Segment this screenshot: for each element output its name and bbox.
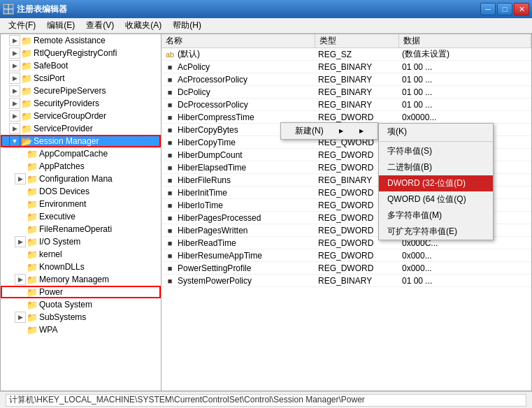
folder-icon: 📁 xyxy=(27,261,38,272)
tree-item-appcompatcache[interactable]: 📁 AppCompatCache xyxy=(1,147,161,160)
tree-label: kernel xyxy=(39,249,62,259)
tree-item-executive[interactable]: 📁 Executive xyxy=(1,210,161,223)
expander-icon[interactable]: ▶ xyxy=(15,236,26,247)
reg-row-default[interactable]: ab (默认) REG_SZ (数值未设置) xyxy=(161,48,531,61)
reg-name-cell: ■ AcPolicy xyxy=(161,61,315,73)
tree-label: KnownDLLs xyxy=(39,262,85,272)
tree-item-environment[interactable]: 📁 Environment xyxy=(1,198,161,210)
menu-edit[interactable]: 编辑(E) xyxy=(41,18,80,33)
expander-icon[interactable]: ▶ xyxy=(9,73,20,84)
main-container: ▶ 📁 Remote Assistance ▶ 📁 RtlQueryRegist… xyxy=(0,34,532,391)
submenu-item-binary[interactable]: 二进制值(B) xyxy=(379,159,493,175)
expander-icon xyxy=(15,249,26,260)
reg-row-dcprocessorpolicy[interactable]: ■ DcProcessorPolicy REG_BINARY 01 00 ... xyxy=(161,99,531,111)
reg-name-cell: ■ HiberIoTime xyxy=(161,199,315,212)
menu-view[interactable]: 查看(V) xyxy=(80,18,120,33)
reg-row-dcpolicy[interactable]: ■ DcPolicy REG_BINARY 01 00 ... xyxy=(161,86,531,99)
reg-row-powersettingprofile[interactable]: ■ PowerSettingProfile REG_DWORD 0x000... xyxy=(161,262,531,275)
tree-item-scsiport[interactable]: ▶ 📁 ScsiPort xyxy=(1,72,161,85)
expander-icon[interactable]: ▶ xyxy=(9,110,20,122)
tree-item-apppatches[interactable]: 📁 AppPatches xyxy=(1,160,161,173)
col-header-type: 类型 xyxy=(315,34,399,48)
tree-label: FileRenameOperati xyxy=(39,224,112,234)
tree-item-knowndlls[interactable]: 📁 KnownDLLs xyxy=(1,261,161,273)
tree-item-kernel[interactable]: 📁 kernel xyxy=(1,248,161,261)
tree-scroll-area[interactable]: ▶ 📁 Remote Assistance ▶ 📁 RtlQueryRegist… xyxy=(1,34,161,391)
tree-item-dosdevices[interactable]: 📁 DOS Devices xyxy=(1,185,161,198)
expander-icon[interactable]: ▶ xyxy=(9,123,20,134)
tree-item-serviceprovider[interactable]: ▶ 📁 ServiceProvider xyxy=(1,122,161,135)
menu-help[interactable]: 帮助(H) xyxy=(167,18,207,33)
submenu-item-qword[interactable]: QWORD (64 位值(Q) xyxy=(379,191,493,207)
tree-item-securepipe[interactable]: ▶ 📁 SecurePipeServers xyxy=(1,85,161,97)
expander-icon[interactable]: ▶ xyxy=(9,35,20,46)
expander-icon xyxy=(15,211,26,222)
tree-item-subsystems[interactable]: ▶ 📁 SubSystems xyxy=(1,311,161,323)
tree-item-safeboot[interactable]: ▶ 📁 SafeBoot xyxy=(1,59,161,72)
tree-item-session-manager[interactable]: ▼ 📂 Session Manager xyxy=(1,135,161,147)
menu-file[interactable]: 文件(F) xyxy=(3,18,41,33)
reg-icon: ■ xyxy=(164,87,175,98)
registry-header: 名称 类型 数据 xyxy=(161,34,531,48)
ctx-new-item[interactable]: 新建(N) ▶ xyxy=(281,123,378,139)
folder-icon: 📁 xyxy=(21,48,32,59)
folder-icon: 📁 xyxy=(27,224,38,235)
context-menu[interactable]: 新建(N) ▶ 项(K) 字符串值(S) 二进制值(B) DWORD (32-位… xyxy=(280,122,378,140)
menu-favorites[interactable]: 收藏夹(A) xyxy=(120,18,167,33)
tree-item-wpa[interactable]: 📁 WPA xyxy=(1,323,161,336)
reg-icon: ■ xyxy=(164,212,175,224)
minimize-button[interactable]: ─ xyxy=(480,3,496,15)
close-button[interactable]: ✕ xyxy=(514,3,529,15)
tree-label: SecurePipeServers xyxy=(34,86,106,96)
submenu-item-string[interactable]: 字符串值(S) xyxy=(379,143,493,159)
reg-row-acprocessorpolicy[interactable]: ■ AcProcessorPolicy REG_BINARY 01 00 ... xyxy=(161,73,531,86)
expander-icon[interactable]: ▶ xyxy=(9,48,20,59)
reg-name-cell: ■ HiberDumpCount xyxy=(161,149,315,161)
tree-item-rtlquery[interactable]: ▶ 📁 RtlQueryRegistryConfi xyxy=(1,47,161,59)
tree-item-secproviders[interactable]: ▶ 📁 SecurityProviders xyxy=(1,97,161,110)
reg-type-cell: REG_SZ xyxy=(315,49,399,60)
expander-icon xyxy=(15,198,26,210)
folder-icon: 📁 xyxy=(21,110,32,122)
expander-icon xyxy=(15,324,26,335)
submenu-item-multistring[interactable]: 多字符串值(M) xyxy=(379,207,493,224)
folder-icon: 📁 xyxy=(27,236,38,247)
reg-icon: ■ xyxy=(164,137,175,148)
submenu-item-dword[interactable]: DWORD (32-位值(D) xyxy=(379,175,493,191)
tree-item-servicegrouporder[interactable]: ▶ 📁 ServiceGroupOrder xyxy=(1,110,161,122)
expander-icon[interactable]: ▶ xyxy=(15,274,26,285)
tree-item-power[interactable]: 📁 Power xyxy=(1,286,161,298)
reg-row-acpolicy[interactable]: ■ AcPolicy REG_BINARY 01 00 ... xyxy=(161,61,531,73)
tree-item-filerenameop[interactable]: 📁 FileRenameOperati xyxy=(1,223,161,235)
expander-icon[interactable]: ▼ xyxy=(9,136,20,147)
reg-icon: ■ xyxy=(164,250,175,261)
expander-icon xyxy=(15,261,26,272)
expander-icon[interactable]: ▶ xyxy=(15,173,26,184)
reg-icon: ■ xyxy=(164,187,175,198)
tree-item-configmana[interactable]: ▶ 📁 Configuration Mana xyxy=(1,173,161,185)
col-header-data: 数据 xyxy=(399,34,531,48)
tree-item-remote-assistance[interactable]: ▶ 📁 Remote Assistance xyxy=(1,34,161,47)
tree-label: RtlQueryRegistryConfi xyxy=(34,48,117,58)
expander-icon[interactable]: ▶ xyxy=(9,85,20,96)
expander-icon[interactable]: ▶ xyxy=(9,60,20,71)
tree-item-quotasystem[interactable]: 📁 Quota System xyxy=(1,298,161,311)
tree-label: SecurityProviders xyxy=(34,99,99,108)
sub-menu[interactable]: 项(K) 字符串值(S) 二进制值(B) DWORD (32-位值(D) QWO… xyxy=(378,123,494,240)
folder-icon: 📁 xyxy=(27,198,38,210)
svg-rect-0 xyxy=(4,5,8,8)
reg-row-hiberresumeapptime[interactable]: ■ HiberResumeAppTime REG_DWORD 0x000... xyxy=(161,249,531,262)
tree-item-iosystem[interactable]: ▶ 📁 I/O System xyxy=(1,235,161,248)
folder-icon: 📁 xyxy=(27,249,38,260)
reg-icon: ■ xyxy=(164,162,175,173)
expander-icon[interactable]: ▶ xyxy=(9,98,20,109)
reg-name-cell: ■ DcPolicy xyxy=(161,86,315,99)
reg-row-systempowerpolicy[interactable]: ■ SystemPowerPolicy REG_BINARY 01 00 ... xyxy=(161,275,531,287)
maximize-button[interactable]: □ xyxy=(497,3,512,15)
submenu-item-k[interactable]: 项(K) xyxy=(379,124,493,140)
tree-item-memmanagem[interactable]: ▶ 📁 Memory Managem xyxy=(1,273,161,286)
submenu-item-expandstring[interactable]: 可扩充字符串值(E) xyxy=(379,224,493,240)
expander-icon[interactable]: ▶ xyxy=(15,312,26,323)
statusbar: 计算机\HKEY_LOCAL_MACHINE\SYSTEM\CurrentCon… xyxy=(0,391,532,408)
tree-label: DOS Devices xyxy=(39,187,89,196)
